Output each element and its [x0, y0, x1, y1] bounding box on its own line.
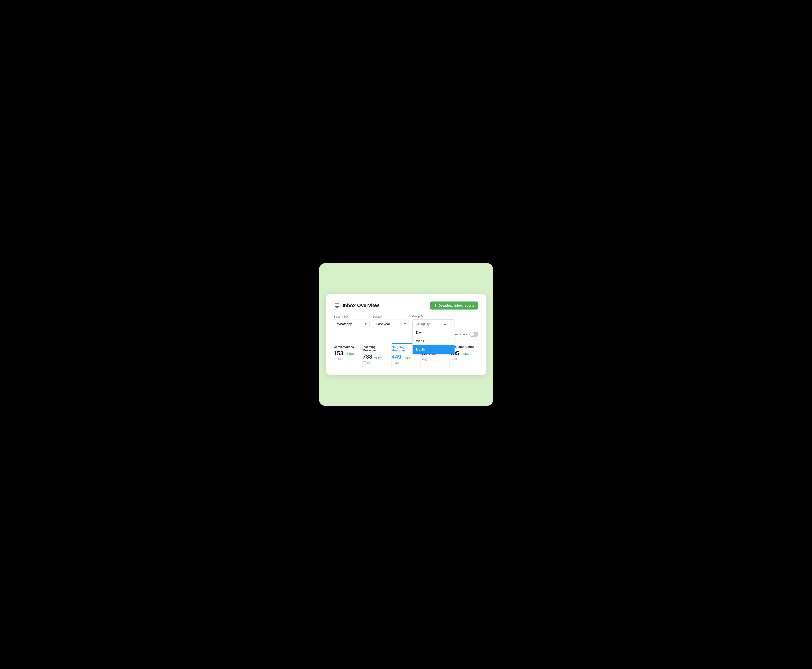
svg-rect-0	[335, 304, 339, 307]
group-by-placeholder: Group By	[416, 322, 430, 326]
controls-row: Select Inbox Whatsapp ▼ Duration Last ye…	[334, 315, 478, 337]
duration-wrapper: Last year ▼	[373, 319, 409, 328]
duration-label: Duration	[373, 315, 409, 318]
outer-background: Inbox Overview ⬇ Download inbox reports …	[319, 263, 493, 406]
stats-row: Conversations 153 +128% ( Total ) Incomi…	[334, 343, 478, 366]
group-by-wrapper: Group By ▲ Day Week Month	[412, 319, 455, 328]
stat-value-conversations: 153	[334, 350, 344, 357]
page-title: Inbox Overview	[343, 303, 379, 308]
stat-label-incoming: Incoming Messages	[362, 345, 387, 352]
stat-conversations: Conversations 153 +128% ( Total )	[334, 343, 363, 366]
group-by-day[interactable]: Day	[413, 328, 455, 337]
group-by-trigger[interactable]: Group By ▲	[412, 319, 455, 328]
stat-change-conversations: +128%	[345, 353, 354, 356]
stat-change-incoming: +34%	[374, 356, 382, 359]
select-inbox-label: Select Inbox	[334, 315, 369, 318]
inbox-icon	[334, 303, 340, 309]
stat-sub-resolution-time: ( Avg )	[421, 358, 445, 361]
select-inbox-group: Select Inbox Whatsapp ▼	[334, 315, 369, 328]
duration-group: Duration Last year ▼	[373, 315, 409, 328]
select-inbox-wrapper: Whatsapp ▼	[334, 319, 369, 328]
toggle-knob	[470, 332, 474, 336]
stat-sub-conversations: ( Total )	[334, 358, 359, 361]
title-group: Inbox Overview	[334, 303, 379, 309]
stat-value-row-conversations: 153 +128%	[334, 350, 359, 357]
stat-value-incoming: 788	[362, 353, 372, 360]
group-by-week[interactable]: Week	[413, 337, 455, 345]
stat-change-resolution-count: +84%	[461, 353, 468, 356]
business-hours-toggle[interactable]	[470, 332, 478, 337]
stat-label-conversations: Conversations	[334, 345, 359, 348]
group-by-dropdown: Day Week Month	[412, 328, 455, 354]
chevron-up-icon: ▲	[443, 322, 446, 326]
stat-sub-outgoing: ( Total )	[392, 361, 416, 365]
stat-change-outgoing: +40%	[403, 356, 411, 360]
group-by-month[interactable]: Month	[413, 345, 455, 354]
stat-sub-incoming: ( Total )	[362, 361, 387, 364]
duration-dropdown[interactable]: Last year	[373, 319, 409, 328]
download-button[interactable]: ⬇ Download inbox reports	[430, 301, 478, 309]
select-inbox-dropdown[interactable]: Whatsapp	[334, 319, 369, 328]
stat-value-row-incoming: 788 +34%	[362, 353, 387, 360]
stat-value-row-outgoing: 449 +40%	[392, 353, 416, 360]
group-by-label: Group By	[412, 315, 455, 318]
stat-sub-resolution-count: ( Total )	[450, 358, 474, 361]
card-header: Inbox Overview ⬇ Download inbox reports	[334, 301, 478, 309]
group-by-group: Group By Group By ▲ Day Week Month	[412, 315, 455, 328]
stat-incoming: Incoming Messages 788 +34% ( Total )	[362, 343, 392, 366]
main-card: Inbox Overview ⬇ Download inbox reports …	[326, 294, 487, 375]
stat-value-outgoing: 449	[392, 353, 401, 360]
download-icon: ⬇	[434, 304, 437, 307]
